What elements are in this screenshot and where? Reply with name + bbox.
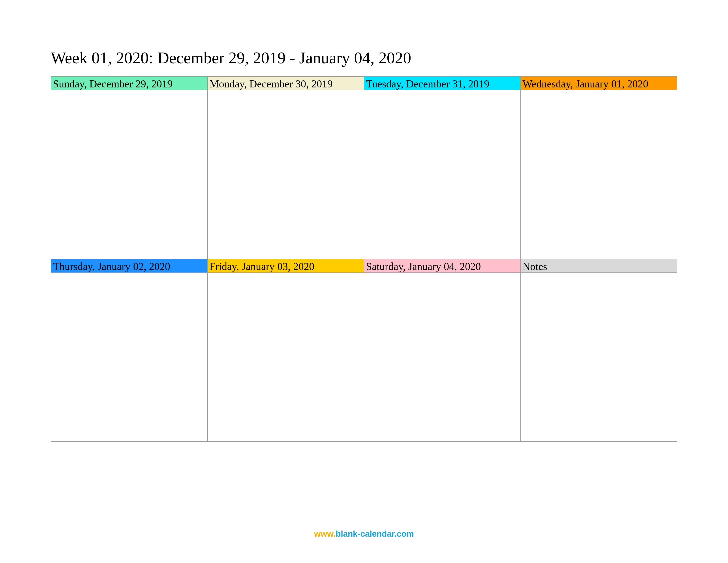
day-header-tuesday: Tuesday, December 31, 2019 — [364, 76, 521, 90]
day-body-tuesday[interactable] — [364, 90, 521, 259]
day-header-wednesday: Wednesday, January 01, 2020 — [521, 76, 677, 90]
day-body-wednesday[interactable] — [521, 90, 677, 259]
footer-domain: blank-calendar.com — [336, 529, 414, 539]
day-body-monday[interactable] — [208, 90, 364, 259]
day-header-monday: Monday, December 30, 2019 — [208, 76, 364, 90]
day-body-saturday[interactable] — [364, 273, 521, 442]
day-header-notes: Notes — [521, 259, 677, 273]
page-title: Week 01, 2020: December 29, 2019 - Janua… — [51, 49, 677, 67]
day-header-sunday: Sunday, December 29, 2019 — [51, 76, 208, 90]
day-header-saturday: Saturday, January 04, 2020 — [364, 259, 521, 273]
day-header-thursday: Thursday, January 02, 2020 — [51, 259, 208, 273]
day-body-sunday[interactable] — [51, 90, 208, 259]
weekly-calendar-page: Week 01, 2020: December 29, 2019 - Janua… — [0, 0, 728, 442]
day-body-friday[interactable] — [208, 273, 364, 442]
day-header-friday: Friday, January 03, 2020 — [208, 259, 364, 273]
calendar-grid: Sunday, December 29, 2019 Monday, Decemb… — [51, 76, 677, 442]
day-body-thursday[interactable] — [51, 273, 208, 442]
day-body-notes[interactable] — [521, 273, 677, 442]
footer-link[interactable]: www.blank-calendar.com — [0, 529, 728, 539]
footer-www: www. — [314, 529, 336, 539]
